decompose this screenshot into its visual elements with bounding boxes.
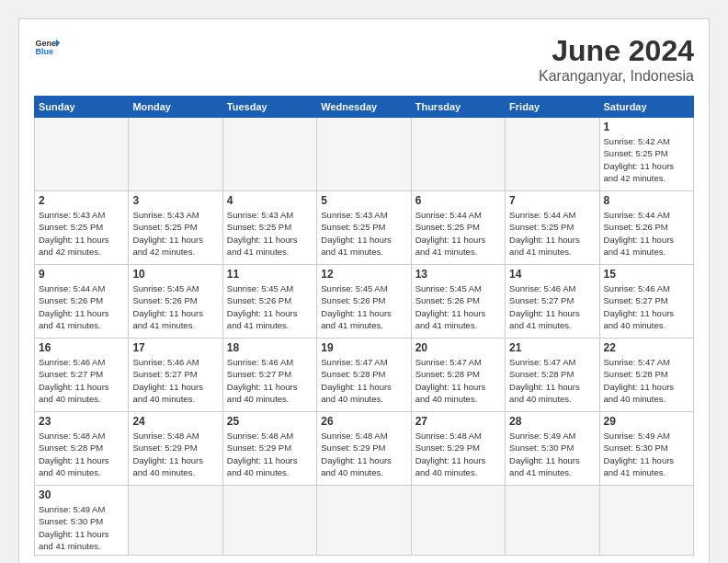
logo: General Blue bbox=[34, 34, 60, 60]
day-info: Sunrise: 5:45 AMSunset: 5:26 PMDaylight:… bbox=[415, 282, 501, 331]
empty-cell bbox=[411, 118, 505, 191]
day-info: Sunrise: 5:48 AMSunset: 5:29 PMDaylight:… bbox=[415, 430, 501, 478]
day-info: Sunrise: 5:47 AMSunset: 5:28 PMDaylight:… bbox=[415, 356, 501, 405]
day-info: Sunrise: 5:49 AMSunset: 5:30 PMDaylight:… bbox=[604, 430, 689, 478]
day-info: Sunrise: 5:45 AMSunset: 5:26 PMDaylight:… bbox=[321, 282, 406, 331]
day-10: 10 Sunrise: 5:45 AMSunset: 5:26 PMDaylig… bbox=[129, 265, 222, 339]
day-number: 30 bbox=[39, 488, 124, 501]
day-number: 24 bbox=[132, 415, 218, 428]
day-27: 27 Sunrise: 5:48 AMSunset: 5:29 PMDaylig… bbox=[411, 412, 505, 486]
day-21: 21 Sunrise: 5:47 AMSunset: 5:28 PMDaylig… bbox=[506, 339, 599, 412]
location-subtitle: Karanganyar, Indonesia bbox=[539, 68, 694, 85]
day-17: 17 Sunrise: 5:46 AMSunset: 5:27 PMDaylig… bbox=[129, 339, 222, 412]
day-number: 21 bbox=[509, 341, 595, 354]
empty-cell bbox=[129, 118, 222, 191]
day-number: 29 bbox=[604, 415, 689, 428]
day-13: 13 Sunrise: 5:45 AMSunset: 5:26 PMDaylig… bbox=[411, 265, 505, 339]
day-19: 19 Sunrise: 5:47 AMSunset: 5:28 PMDaylig… bbox=[317, 339, 411, 412]
logo-icon: General Blue bbox=[34, 34, 60, 60]
day-7: 7 Sunrise: 5:44 AMSunset: 5:25 PMDayligh… bbox=[506, 191, 599, 265]
table-row: 23 Sunrise: 5:48 AMSunset: 5:28 PMDaylig… bbox=[35, 412, 694, 486]
day-info: Sunrise: 5:48 AMSunset: 5:29 PMDaylight:… bbox=[132, 430, 218, 478]
header-monday: Monday bbox=[129, 97, 222, 118]
day-info: Sunrise: 5:46 AMSunset: 5:27 PMDaylight:… bbox=[132, 356, 218, 405]
day-info: Sunrise: 5:45 AMSunset: 5:26 PMDaylight:… bbox=[227, 282, 313, 331]
empty-cell bbox=[411, 486, 505, 556]
day-number: 12 bbox=[321, 268, 406, 281]
day-number: 13 bbox=[415, 268, 501, 281]
day-number: 20 bbox=[415, 341, 501, 354]
day-info: Sunrise: 5:46 AMSunset: 5:27 PMDaylight:… bbox=[39, 356, 124, 405]
day-info: Sunrise: 5:49 AMSunset: 5:30 PMDaylight:… bbox=[39, 503, 124, 552]
day-info: Sunrise: 5:48 AMSunset: 5:29 PMDaylight:… bbox=[321, 430, 406, 478]
header-saturday: Saturday bbox=[599, 97, 693, 118]
day-number: 19 bbox=[321, 341, 406, 354]
day-28: 28 Sunrise: 5:49 AMSunset: 5:30 PMDaylig… bbox=[506, 412, 599, 486]
day-info: Sunrise: 5:42 AMSunset: 5:25 PMDaylight:… bbox=[604, 135, 689, 184]
empty-cell bbox=[599, 486, 693, 556]
day-info: Sunrise: 5:48 AMSunset: 5:28 PMDaylight:… bbox=[39, 430, 124, 478]
day-number: 2 bbox=[39, 194, 124, 207]
day-info: Sunrise: 5:43 AMSunset: 5:25 PMDaylight:… bbox=[132, 209, 218, 258]
day-1: 1 Sunrise: 5:42 AMSunset: 5:25 PMDayligh… bbox=[599, 118, 693, 191]
day-26: 26 Sunrise: 5:48 AMSunset: 5:29 PMDaylig… bbox=[317, 412, 411, 486]
header-thursday: Thursday bbox=[411, 97, 505, 118]
day-info: Sunrise: 5:46 AMSunset: 5:27 PMDaylight:… bbox=[227, 356, 313, 405]
day-info: Sunrise: 5:46 AMSunset: 5:27 PMDaylight:… bbox=[509, 282, 595, 331]
day-number: 6 bbox=[415, 194, 501, 207]
day-5: 5 Sunrise: 5:43 AMSunset: 5:25 PMDayligh… bbox=[317, 191, 411, 265]
weekday-header-row: Sunday Monday Tuesday Wednesday Thursday… bbox=[35, 97, 694, 118]
day-info: Sunrise: 5:47 AMSunset: 5:28 PMDaylight:… bbox=[604, 356, 689, 405]
day-info: Sunrise: 5:48 AMSunset: 5:29 PMDaylight:… bbox=[227, 430, 313, 478]
empty-cell bbox=[129, 486, 222, 556]
day-info: Sunrise: 5:44 AMSunset: 5:25 PMDaylight:… bbox=[415, 209, 501, 258]
day-info: Sunrise: 5:44 AMSunset: 5:26 PMDaylight:… bbox=[39, 282, 124, 331]
day-number: 11 bbox=[227, 268, 313, 281]
day-info: Sunrise: 5:44 AMSunset: 5:26 PMDaylight:… bbox=[604, 209, 689, 258]
day-info: Sunrise: 5:44 AMSunset: 5:25 PMDaylight:… bbox=[509, 209, 595, 258]
day-4: 4 Sunrise: 5:43 AMSunset: 5:25 PMDayligh… bbox=[222, 191, 316, 265]
day-info: Sunrise: 5:43 AMSunset: 5:25 PMDaylight:… bbox=[39, 209, 124, 258]
day-info: Sunrise: 5:49 AMSunset: 5:30 PMDaylight:… bbox=[509, 430, 595, 478]
table-row: 2 Sunrise: 5:43 AMSunset: 5:25 PMDayligh… bbox=[35, 191, 694, 265]
day-number: 7 bbox=[509, 194, 595, 207]
day-8: 8 Sunrise: 5:44 AMSunset: 5:26 PMDayligh… bbox=[599, 191, 693, 265]
day-number: 25 bbox=[227, 415, 313, 428]
day-14: 14 Sunrise: 5:46 AMSunset: 5:27 PMDaylig… bbox=[506, 265, 599, 339]
day-info: Sunrise: 5:43 AMSunset: 5:25 PMDaylight:… bbox=[321, 209, 406, 258]
day-20: 20 Sunrise: 5:47 AMSunset: 5:28 PMDaylig… bbox=[411, 339, 505, 412]
day-number: 5 bbox=[321, 194, 406, 207]
day-number: 26 bbox=[321, 415, 406, 428]
day-number: 1 bbox=[604, 121, 689, 133]
day-number: 16 bbox=[39, 341, 124, 354]
title-block: June 2024 Karanganyar, Indonesia bbox=[539, 34, 694, 85]
day-6: 6 Sunrise: 5:44 AMSunset: 5:25 PMDayligh… bbox=[411, 191, 505, 265]
day-number: 4 bbox=[227, 194, 313, 207]
header: General Blue June 2024 Karanganyar, Indo… bbox=[34, 34, 694, 85]
day-number: 17 bbox=[132, 341, 218, 354]
empty-cell bbox=[317, 118, 411, 191]
day-number: 10 bbox=[132, 268, 218, 281]
empty-cell bbox=[506, 118, 599, 191]
calendar-table: Sunday Monday Tuesday Wednesday Thursday… bbox=[34, 96, 694, 556]
table-row: 30 Sunrise: 5:49 AMSunset: 5:30 PMDaylig… bbox=[35, 486, 694, 556]
calendar-container: General Blue June 2024 Karanganyar, Indo… bbox=[18, 18, 710, 563]
table-row: 1 Sunrise: 5:42 AMSunset: 5:25 PMDayligh… bbox=[35, 118, 694, 191]
empty-cell bbox=[35, 118, 129, 191]
day-number: 23 bbox=[39, 415, 124, 428]
svg-text:Blue: Blue bbox=[35, 47, 53, 56]
day-info: Sunrise: 5:47 AMSunset: 5:28 PMDaylight:… bbox=[509, 356, 595, 405]
table-row: 16 Sunrise: 5:46 AMSunset: 5:27 PMDaylig… bbox=[35, 339, 694, 412]
day-12: 12 Sunrise: 5:45 AMSunset: 5:26 PMDaylig… bbox=[317, 265, 411, 339]
empty-cell bbox=[222, 486, 316, 556]
table-row: 9 Sunrise: 5:44 AMSunset: 5:26 PMDayligh… bbox=[35, 265, 694, 339]
day-info: Sunrise: 5:45 AMSunset: 5:26 PMDaylight:… bbox=[132, 282, 218, 331]
day-3: 3 Sunrise: 5:43 AMSunset: 5:25 PMDayligh… bbox=[129, 191, 222, 265]
empty-cell bbox=[222, 118, 316, 191]
day-number: 9 bbox=[39, 268, 124, 281]
header-wednesday: Wednesday bbox=[317, 97, 411, 118]
day-11: 11 Sunrise: 5:45 AMSunset: 5:26 PMDaylig… bbox=[222, 265, 316, 339]
day-number: 18 bbox=[227, 341, 313, 354]
day-info: Sunrise: 5:46 AMSunset: 5:27 PMDaylight:… bbox=[604, 282, 689, 331]
day-number: 28 bbox=[509, 415, 595, 428]
